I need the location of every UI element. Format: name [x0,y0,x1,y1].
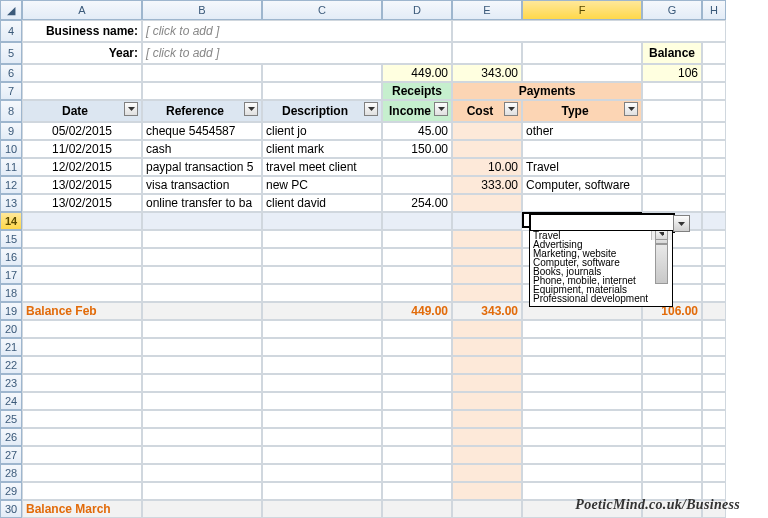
table-cell[interactable]: 13/02/2015 [22,176,142,194]
row-18[interactable]: 18 [0,284,22,302]
table-cell[interactable]: Travel [522,158,642,176]
type-dropdown-list[interactable]: Travel Advertising Marketing, website Co… [529,230,673,307]
table-cell[interactable] [382,176,452,194]
header-reference: Reference [142,100,262,122]
table-cell[interactable]: other [522,122,642,140]
table-cell[interactable]: paypal transaction 5 [142,158,262,176]
row-22[interactable]: 22 [0,356,22,374]
row-14[interactable]: 14 [0,212,22,230]
table-cell[interactable]: 45.00 [382,122,452,140]
header-description: Description [262,100,382,122]
table-cell[interactable]: online transfer to ba [142,194,262,212]
svg-marker-0 [128,107,135,111]
filter-reference[interactable] [244,102,258,116]
col-B[interactable]: B [142,0,262,20]
filter-cost[interactable] [504,102,518,116]
col-E[interactable]: E [452,0,522,20]
header-date: Date [22,100,142,122]
table-cell[interactable] [452,194,522,212]
row-29[interactable]: 29 [0,482,22,500]
svg-marker-5 [628,107,635,111]
table-cell[interactable] [522,194,642,212]
table-cell[interactable]: 11/02/2015 [22,140,142,158]
row-19[interactable]: 19 [0,302,22,320]
row-8[interactable]: 8 [0,100,22,122]
table-cell[interactable]: visa transaction [142,176,262,194]
table-cell[interactable] [522,140,642,158]
dropdown-scrollbar[interactable] [651,231,672,240]
row-10[interactable]: 10 [0,140,22,158]
col-F[interactable]: F [522,0,642,20]
row-27[interactable]: 27 [0,446,22,464]
table-cell[interactable]: travel meet client [262,158,382,176]
svg-marker-8 [659,232,664,236]
row-16[interactable]: 16 [0,248,22,266]
table-cell[interactable] [382,158,452,176]
table-cell[interactable]: cash [142,140,262,158]
col-G[interactable]: G [642,0,702,20]
row-28[interactable]: 28 [0,464,22,482]
table-cell[interactable] [452,140,522,158]
total-balance: 106 [642,64,702,82]
header-type: Type [522,100,642,122]
label-balance-march: Balance March [22,500,142,518]
row-4[interactable]: 4 [0,20,22,42]
dropdown-button[interactable] [673,215,690,232]
total-cost: 343.00 [452,64,522,82]
input-year[interactable]: [ click to add ] [142,42,452,64]
scroll-thumb[interactable] [655,244,668,284]
row-7[interactable]: 7 [0,82,22,100]
row-17[interactable]: 17 [0,266,22,284]
table-cell[interactable]: cheque 5454587 [142,122,262,140]
svg-marker-2 [368,107,375,111]
input-business-name[interactable]: [ click to add ] [142,20,452,42]
label-business-name: Business name: [22,20,142,42]
col-H[interactable]: H [702,0,726,20]
header-payments: Payments [452,82,642,100]
dropdown-option[interactable]: Professional development [530,294,672,303]
filter-income[interactable] [434,102,448,116]
select-all-corner[interactable]: ◢ [0,0,22,20]
row-25[interactable]: 25 [0,410,22,428]
total-income: 449.00 [382,64,452,82]
table-cell[interactable]: 254.00 [382,194,452,212]
col-D[interactable]: D [382,0,452,20]
table-cell[interactable] [452,122,522,140]
filter-description[interactable] [364,102,378,116]
header-income: Income [382,100,452,122]
header-receipts: Receipts [382,82,452,100]
table-cell[interactable]: client david [262,194,382,212]
row-11[interactable]: 11 [0,158,22,176]
type-combobox[interactable] [531,215,673,231]
scroll-down-icon[interactable] [655,230,668,240]
table-cell[interactable]: client jo [262,122,382,140]
svg-marker-6 [678,222,685,226]
col-A[interactable]: A [22,0,142,20]
filter-type[interactable] [624,102,638,116]
table-cell[interactable]: client mark [262,140,382,158]
table-cell[interactable]: 12/02/2015 [22,158,142,176]
row-15[interactable]: 15 [0,230,22,248]
row-6[interactable]: 6 [0,64,22,82]
row-30[interactable]: 30 [0,500,22,518]
row-24[interactable]: 24 [0,392,22,410]
svg-marker-1 [248,107,255,111]
table-cell[interactable]: new PC [262,176,382,194]
row-13[interactable]: 13 [0,194,22,212]
table-cell[interactable]: 05/02/2015 [22,122,142,140]
row-9[interactable]: 9 [0,122,22,140]
filter-date[interactable] [124,102,138,116]
row-5[interactable]: 5 [0,42,22,64]
row-12[interactable]: 12 [0,176,22,194]
table-cell[interactable]: 13/02/2015 [22,194,142,212]
table-cell[interactable]: 10.00 [452,158,522,176]
row-26[interactable]: 26 [0,428,22,446]
row-20[interactable]: 20 [0,320,22,338]
row-21[interactable]: 21 [0,338,22,356]
header-cost: Cost [452,100,522,122]
table-cell[interactable]: 333.00 [452,176,522,194]
col-C[interactable]: C [262,0,382,20]
table-cell[interactable]: 150.00 [382,140,452,158]
row-23[interactable]: 23 [0,374,22,392]
table-cell[interactable]: Computer, software [522,176,642,194]
